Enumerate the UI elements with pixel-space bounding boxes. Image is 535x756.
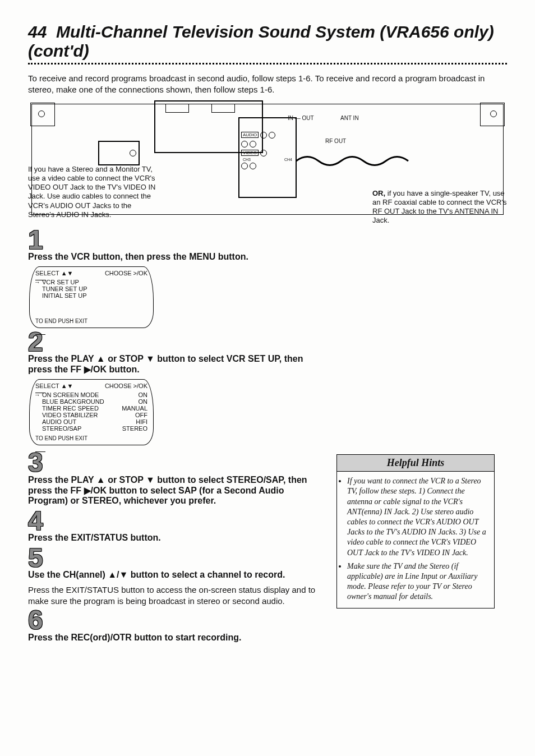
- hints-title: Helpful Hints: [337, 455, 494, 472]
- osd2-r1l: BLUE BACKGROUND: [42, 398, 104, 405]
- intro-paragraph: To receive and record programs broadcast…: [28, 73, 507, 96]
- osd2-r0l: ON SCREEN MODE: [42, 391, 99, 398]
- step-3-heading: Press the PLAY ▲ or STOP ▼ button to sel…: [28, 475, 320, 506]
- osd2-r2l: TIMER REC SPEED: [42, 405, 99, 412]
- osd1-choose: CHOOSE >/OK: [105, 270, 147, 276]
- osd2-r5r: STEREO: [122, 425, 147, 432]
- osd1-footer: TO END PUSH EXIT: [35, 318, 147, 324]
- step-5-heading: Use the CH(annel) ▲/▼ button to select a…: [28, 570, 320, 580]
- connection-diagram: AUDIO VIDEO CH3 CH4 IN — OUT ANT IN RF O…: [28, 100, 507, 218]
- step-4-heading: Press the EXIT/STATUS button.: [28, 533, 320, 543]
- osd2-r1r: ON: [139, 398, 148, 405]
- helpful-hints-box: Helpful Hints If you want to connect the…: [336, 454, 495, 608]
- osd2-r3r: OFF: [135, 412, 147, 418]
- step-4-number: 4: [28, 510, 320, 532]
- osd2-r3l: VIDEO STABILIZER: [42, 412, 98, 418]
- rf-cable-icon: [296, 150, 414, 172]
- step-6-heading: Press the REC(ord)/OTR button to start r…: [28, 633, 320, 643]
- step-5-body: Press the EXIT/STATUS button to access t…: [28, 584, 320, 606]
- step-2-number: 2: [28, 331, 507, 353]
- hint-1: If you want to connect the VCR to a Ster…: [347, 476, 487, 558]
- osd1-item-2: INITIAL SET UP: [42, 292, 86, 299]
- step-6-number: 6: [28, 610, 320, 631]
- or-strong: OR,: [372, 189, 385, 197]
- step-1-heading: Press the VCR button, then press the MEN…: [28, 252, 320, 262]
- page-number: 44: [28, 22, 47, 41]
- step-1-number: 1: [28, 229, 507, 251]
- osd-menu-1: SELECT ▲▼ CHOOSE >/OK VCR SET UP TUNER S…: [29, 266, 154, 328]
- osd2-select: SELECT ▲▼: [35, 382, 73, 389]
- osd2-r0r: ON: [139, 391, 148, 398]
- title-text: Multi-Channel Television Sound System (V…: [28, 22, 494, 60]
- title-divider: [28, 63, 507, 64]
- osd1-item-1: TUNER SET UP: [42, 285, 87, 292]
- osd2-r2r: MANUAL: [122, 405, 147, 412]
- step-5-number: 5: [28, 547, 320, 569]
- step-2-heading: Press the PLAY ▲ or STOP ▼ button to sel…: [28, 354, 320, 375]
- hint-2: Make sure the TV and the Stereo (if appl…: [347, 561, 487, 602]
- page-title: 44 Multi-Channel Television Sound System…: [28, 22, 507, 61]
- step-3-number: 3: [28, 452, 320, 473]
- osd2-r5l: STEREO/SAP: [42, 425, 81, 432]
- left-callout: If you have a Stereo and a Monitor TV, u…: [28, 165, 160, 220]
- osd-menu-2: SELECT ▲▼ CHOOSE >/OK ON SCREEN MODEON B…: [29, 379, 154, 445]
- osd1-item-0: VCR SET UP: [42, 279, 79, 285]
- osd2-r4l: AUDIO OUT: [42, 418, 76, 425]
- osd2-choose: CHOOSE >/OK: [105, 382, 147, 389]
- osd2-footer: TO END PUSH EXIT: [35, 435, 147, 441]
- osd2-r4r: HIFI: [136, 418, 147, 425]
- right-callout: OR, if you have a single-speaker TV, use…: [372, 189, 507, 225]
- osd1-select: SELECT ▲▼: [35, 270, 73, 276]
